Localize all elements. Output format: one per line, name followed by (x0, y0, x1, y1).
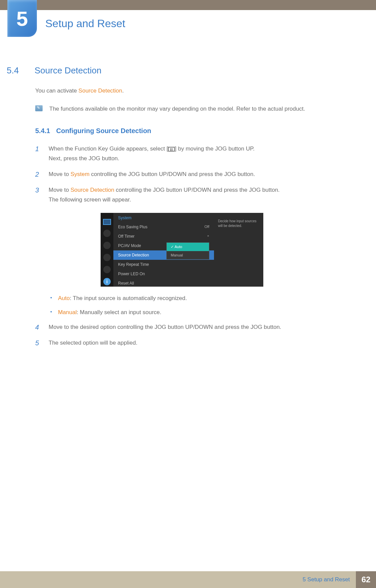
step-4-number: 4 (35, 322, 41, 332)
chapter-title: Setup and Reset (45, 17, 125, 30)
circle-icon-1 (103, 230, 111, 237)
osd-popup-manual: Manual (167, 251, 209, 259)
footer-text: 5 Setup and Reset (303, 576, 350, 583)
step-2-number: 2 (35, 170, 41, 179)
osd-popup-auto: Auto (167, 243, 209, 251)
osd-label-source: Source Detection (118, 253, 149, 257)
step-3: 3 Move to Source Detection controlling t… (35, 185, 347, 205)
step-1-text: When the Function Key Guide appears, sel… (49, 144, 255, 164)
subsection-heading: 5.4.1 Configuring Source Detection (35, 127, 347, 135)
bullet-dot: • (50, 294, 52, 302)
chapter-number: 5 (16, 7, 28, 31)
section-number: 5.4 (7, 65, 25, 76)
step-2-pre: Move to (49, 171, 70, 177)
osd-label-powerled: Power LED On (118, 272, 145, 276)
osd-label-pcav: PC/AV Mode (118, 243, 141, 248)
osd-label-offtimer: Off Timer (118, 234, 135, 239)
bullet-manual: • Manual: Manually select an input sourc… (50, 308, 347, 317)
monitor-icon (103, 219, 111, 225)
circle-icon-2 (103, 242, 111, 249)
bullet-auto-rest: : The input source is automatically reco… (70, 295, 187, 301)
bullet-manual-hl: Manual (58, 309, 77, 315)
osd-label-resetall: Reset All (118, 281, 134, 286)
intro-text: You can activate Source Detection. (35, 86, 347, 95)
osd-item-keyrepeat: Key Repeat Time (113, 260, 214, 269)
content-area: 5.4 Source Detection You can activate So… (0, 65, 376, 348)
step-3-text: Move to Source Detection controlling the… (49, 185, 280, 205)
step-1-line1b: ] by moving the JOG button UP. (175, 145, 255, 152)
step-4: 4 Move to the desired option controlling… (35, 322, 347, 332)
chapter-badge: 5 (7, 0, 37, 37)
step-3-hl: Source Detection (70, 187, 114, 193)
section-title: Source Detection (35, 65, 101, 76)
note-text: The functions available on the monitor m… (49, 105, 305, 113)
step-5-number: 5 (35, 338, 41, 348)
osd-screenshot: i System Eco Saving PlusOff Off Timer▸ P… (101, 213, 263, 287)
step-1-line2: Next, press the JOG button. (49, 155, 119, 162)
osd-item-resetall: Reset All (113, 279, 214, 288)
intro-post: . (122, 87, 124, 94)
step-1: 1 When the Function Key Guide appears, s… (35, 144, 347, 164)
osd-popup: Auto Manual (166, 242, 209, 259)
step-1-number: 1 (35, 144, 41, 154)
bullet-manual-rest: : Manually select an input source. (77, 309, 161, 315)
step-2: 2 Move to System controlling the JOG but… (35, 170, 347, 179)
header-bar (0, 0, 376, 10)
step-1-line1a: When the Function Key Guide appears, sel… (49, 145, 168, 152)
note-icon (35, 105, 43, 111)
osd-label-keyrepeat: Key Repeat Time (118, 262, 149, 267)
step-4-text: Move to the desired option controlling t… (49, 322, 281, 332)
bullet-auto-hl: Auto (58, 295, 70, 301)
step-5-text: The selected option will be applied. (49, 338, 138, 348)
step-2-hl: System (70, 171, 90, 177)
bullet-dot: • (50, 308, 52, 316)
step-2-text: Move to System controlling the JOG butto… (49, 170, 255, 179)
osd-item-eco: Eco Saving PlusOff (113, 222, 214, 232)
section-heading: 5.4 Source Detection (7, 65, 347, 76)
osd-main-panel: System Eco Saving PlusOff Off Timer▸ PC/… (113, 213, 214, 287)
osd-val-eco: Off (205, 225, 209, 229)
step-5: 5 The selected option will be applied. (35, 338, 347, 348)
step-2-post: controlling the JOG button UP/DOWN and p… (90, 171, 255, 177)
osd-arrow-offtimer: ▸ (208, 234, 209, 239)
intro-pre: You can activate (35, 87, 78, 94)
step-3-line2: The following screen will appear. (49, 196, 131, 203)
osd-sidebar: i (101, 213, 113, 287)
step-3-number: 3 (35, 185, 41, 195)
step-3-pre: Move to (49, 187, 70, 193)
subsection-number: 5.4.1 (35, 127, 50, 135)
info-icon: i (103, 278, 111, 285)
circle-icon-4 (103, 266, 111, 273)
circle-icon-3 (103, 254, 111, 261)
osd-info-panel: Decide how input sources will be detecte… (214, 213, 263, 287)
osd-label-eco: Eco Saving Plus (118, 225, 147, 229)
bullet-auto: • Auto: The input source is automaticall… (50, 294, 347, 303)
intro-highlight: Source Detection (78, 87, 122, 94)
bullet-manual-text: Manual: Manually select an input source. (58, 308, 161, 317)
osd-item-powerled: Power LED On (113, 269, 214, 279)
bullet-auto-text: Auto: The input source is automatically … (58, 294, 187, 303)
note-row: The functions available on the monitor m… (35, 105, 347, 113)
osd-header: System (113, 213, 214, 222)
menu-icon (168, 147, 175, 152)
subsection-title: Configuring Source Detection (56, 127, 151, 135)
step-3-post: controlling the JOG button UP/DOWN and p… (114, 187, 280, 193)
footer-page-number: 62 (356, 571, 376, 588)
osd-item-offtimer: Off Timer▸ (113, 232, 214, 241)
page-footer: 5 Setup and Reset 62 (0, 571, 376, 588)
